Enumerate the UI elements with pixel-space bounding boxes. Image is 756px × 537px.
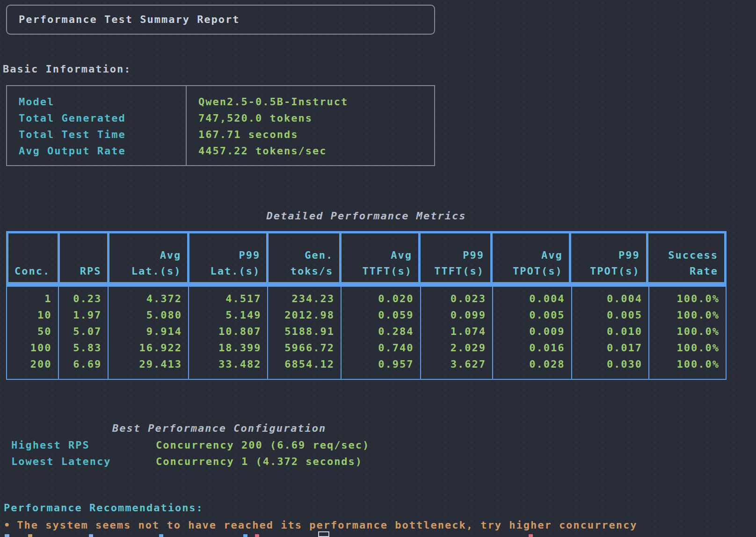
report-title: Performance Test Summary Report (19, 14, 240, 25)
recommendation-item: •The system seems not to have reached it… (4, 517, 638, 533)
metrics-header-label: Avg (391, 247, 412, 263)
best-config-title: Best Performance Configuration (112, 421, 326, 436)
metrics-header-cell: AvgTTFT(s) (342, 233, 421, 282)
recommendation-text: The system seems not to have reached its… (17, 519, 637, 531)
metrics-cell: 100.0% (649, 290, 726, 307)
metrics-header-cell: P99Lat.(s) (189, 233, 269, 282)
metrics-cell: 100.0% (649, 340, 726, 356)
metrics-cell: 0.020 (342, 290, 420, 307)
info-label: Avg Output Rate (19, 143, 186, 159)
recommendations-heading: Performance Recommendations: (4, 500, 204, 516)
metrics-cell: 5188.91 (268, 323, 341, 340)
metrics-table-header: Conc.RPSAvgLat.(s)P99Lat.(s)Gen.toks/sAv… (6, 231, 727, 284)
metrics-header-label: TPOT(s) (590, 263, 640, 279)
info-label: Total Test Time (19, 126, 186, 143)
metrics-cell: 100.0% (649, 356, 726, 372)
metrics-cell: 33.482 (189, 356, 268, 372)
metrics-cell: 9.914 (109, 323, 188, 340)
metrics-header-label: Avg (541, 247, 563, 263)
metrics-cell: 100.0% (649, 323, 726, 340)
metrics-cell: 2.029 (421, 340, 493, 356)
metrics-cell: 0.023 (421, 290, 493, 307)
metrics-cell: 0.016 (493, 340, 571, 356)
metrics-header-cell: AvgTPOT(s) (493, 233, 571, 282)
metrics-column: 4.3725.0809.91416.92229.413 (109, 287, 189, 379)
metrics-header-label: toks/s (291, 263, 333, 279)
metrics-header-label: TTFT(s) (362, 263, 412, 279)
info-label: Total Generated (19, 110, 186, 126)
metrics-table: Conc.RPSAvgLat.(s)P99Lat.(s)Gen.toks/sAv… (6, 231, 727, 380)
metrics-cell: 2012.98 (268, 307, 341, 323)
metrics-cell: 1 (7, 290, 58, 307)
metrics-cell: 0.284 (342, 323, 420, 340)
metrics-cell: 0.23 (59, 290, 108, 307)
metrics-column: 11050100200 (7, 287, 59, 379)
metrics-column: 0.0040.0050.0100.0170.030 (572, 287, 650, 379)
metrics-header-cell: AvgLat.(s) (109, 233, 189, 282)
metrics-cell: 0.030 (572, 356, 649, 372)
metrics-header-label: Conc. (15, 263, 50, 279)
info-label: Model (19, 94, 186, 110)
basic-info-table: ModelTotal GeneratedTotal Test TimeAvg O… (6, 85, 435, 166)
metrics-column: 0.0200.0590.2840.7400.957 (342, 287, 421, 379)
metrics-cell: 0.005 (493, 307, 571, 323)
metrics-header-cell: Conc. (8, 233, 60, 282)
info-value: 747,520.0 tokens (198, 110, 434, 126)
best-config-row: Highest RPSConcurrency 200 (6.69 req/sec… (11, 437, 370, 453)
metrics-cell: 0.004 (493, 290, 571, 307)
metrics-cell: 0.740 (342, 340, 420, 356)
metrics-header-label: P99 (618, 247, 640, 263)
metrics-cell: 0.009 (493, 323, 571, 340)
metrics-cell: 0.005 (572, 307, 649, 323)
metrics-cell: 200 (7, 356, 58, 372)
metrics-cell: 3.627 (421, 356, 493, 372)
metrics-column: 100.0%100.0%100.0%100.0%100.0% (649, 287, 726, 379)
info-value: Qwen2.5-0.5B-Instruct (198, 94, 434, 110)
best-config-row: Lowest LatencyConcurrency 1 (4.372 secon… (11, 453, 370, 470)
metrics-cell: 1.97 (59, 307, 108, 323)
metrics-cell: 10 (7, 307, 58, 323)
metrics-column: 0.0040.0050.0090.0160.028 (493, 287, 572, 379)
metrics-cell: 50 (7, 323, 58, 340)
metrics-cell: 29.413 (109, 356, 188, 372)
metrics-cell: 0.004 (572, 290, 649, 307)
metrics-header-label: Success (668, 247, 718, 263)
metrics-column: 0.0230.0991.0742.0293.627 (421, 287, 494, 379)
metrics-cell: 6854.12 (268, 356, 341, 372)
metrics-header-label: TTFT(s) (434, 263, 484, 279)
metrics-cell: 100.0% (649, 307, 726, 323)
metrics-cell: 6.69 (59, 356, 108, 372)
clipped-text-fragment (5, 534, 9, 537)
clipped-text-fragment (28, 534, 32, 537)
metrics-header-cell: Gen.toks/s (269, 233, 342, 282)
recommendations-list: •The system seems not to have reached it… (4, 517, 638, 533)
best-config-value: Concurrency 1 (4.372 seconds) (156, 456, 363, 467)
clipped-text-fragment (529, 534, 533, 537)
best-config-rows: Highest RPSConcurrency 200 (6.69 req/sec… (11, 437, 370, 470)
best-config-label: Highest RPS (11, 437, 156, 453)
metrics-cell: 100 (7, 340, 58, 356)
metrics-cell: 5.07 (59, 323, 108, 340)
metrics-cell: 5966.72 (268, 340, 341, 356)
metrics-cell: 18.399 (189, 340, 268, 356)
metrics-cell: 5.080 (109, 307, 188, 323)
metrics-cell: 16.922 (109, 340, 188, 356)
metrics-header-cell: RPS (60, 233, 109, 282)
metrics-header-label: Lat.(s) (211, 263, 261, 279)
clipped-text-fragment (243, 534, 247, 537)
metrics-header-label: RPS (80, 263, 102, 279)
metrics-column: 0.231.975.075.836.69 (59, 287, 109, 379)
metrics-cell: 0.028 (493, 356, 571, 372)
metrics-header-label: Avg (160, 247, 182, 263)
metrics-header-label: Lat.(s) (131, 263, 182, 279)
metrics-header-label: Gen. (305, 247, 333, 263)
basic-info-label-column: ModelTotal GeneratedTotal Test TimeAvg O… (7, 86, 187, 165)
metrics-cell: 5.149 (189, 307, 268, 323)
metrics-header-label: TPOT(s) (513, 263, 563, 279)
metrics-cell: 0.099 (421, 307, 493, 323)
metrics-header-label: P99 (239, 247, 261, 263)
metrics-cell: 4.517 (189, 290, 268, 307)
metrics-column: 4.5175.14910.80718.39933.482 (189, 287, 269, 379)
metrics-cell: 0.017 (572, 340, 649, 356)
metrics-header-cell: SuccessRate (648, 233, 724, 282)
